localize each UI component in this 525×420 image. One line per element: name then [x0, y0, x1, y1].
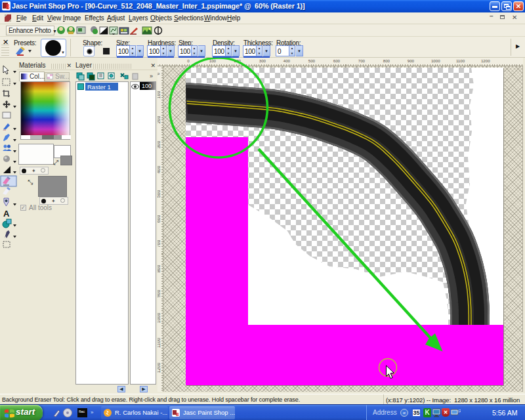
svg-text:flac: flac	[79, 410, 85, 413]
svg-text:»: »	[91, 410, 94, 415]
svg-text:8: 8	[6, 3, 10, 10]
svg-text:(2): (2)	[458, 409, 461, 413]
svg-text:8: 8	[176, 411, 179, 417]
svg-text:A: A	[3, 209, 10, 219]
svg-text:»: »	[150, 73, 153, 79]
